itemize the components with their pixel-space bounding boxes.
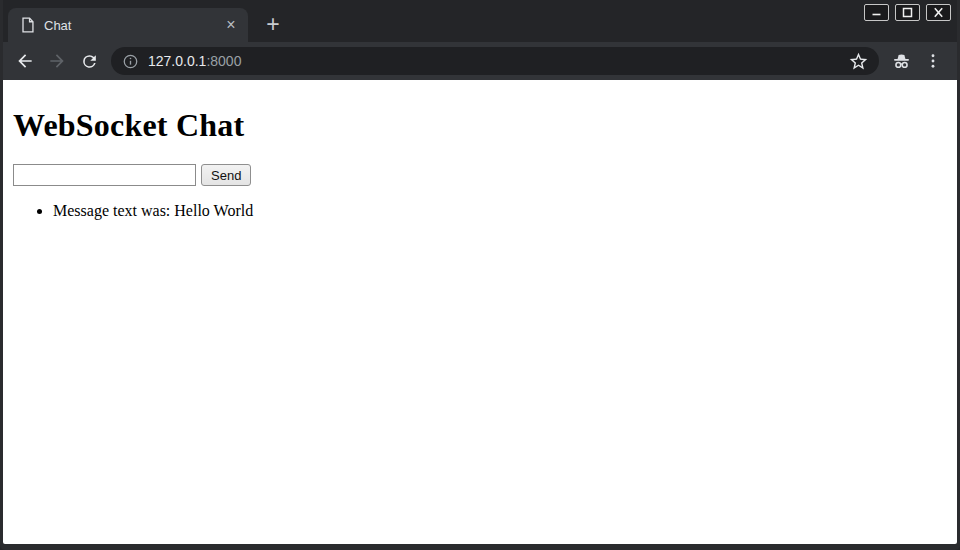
tab-close-icon[interactable]: ×: [222, 16, 240, 34]
browser-toolbar: 127.0.0.1:8000: [3, 42, 957, 80]
close-icon: [932, 7, 945, 18]
site-info-icon[interactable]: [122, 53, 139, 70]
message-list: Message text was: Hello World: [13, 202, 949, 220]
incognito-icon: [890, 50, 913, 73]
forward-arrow-icon: [47, 51, 67, 71]
back-button[interactable]: [9, 45, 41, 77]
message-list-item: Message text was: Hello World: [53, 202, 949, 220]
address-bar[interactable]: 127.0.0.1:8000: [111, 47, 879, 75]
forward-button[interactable]: [41, 45, 73, 77]
tab-chat[interactable]: Chat ×: [8, 8, 248, 42]
browser-window: Chat × +: [0, 0, 960, 550]
page-title: WebSocket Chat: [13, 107, 947, 144]
maximize-icon: [901, 7, 914, 18]
message-input[interactable]: [13, 164, 196, 186]
window-maximize-button[interactable]: [895, 4, 920, 21]
reload-button[interactable]: [73, 45, 105, 77]
minimize-icon: [870, 7, 883, 18]
url-text[interactable]: 127.0.0.1:8000: [148, 53, 241, 69]
window-close-button[interactable]: [926, 4, 951, 21]
page-content: WebSocket Chat Send Message text was: He…: [3, 80, 957, 544]
back-arrow-icon: [15, 51, 35, 71]
window-minimize-button[interactable]: [864, 4, 889, 21]
tab-title: Chat: [44, 18, 222, 33]
bookmark-star-icon[interactable]: [848, 51, 869, 72]
page-favicon-icon: [20, 17, 35, 33]
send-button[interactable]: Send: [201, 164, 251, 186]
reload-icon: [80, 52, 99, 71]
incognito-indicator: [885, 45, 917, 77]
url-host: 127.0.0.1: [148, 53, 206, 69]
menu-button[interactable]: [917, 45, 949, 77]
url-port: :8000: [206, 53, 241, 69]
tab-strip: Chat × +: [3, 0, 957, 42]
new-tab-button[interactable]: +: [259, 11, 287, 39]
chat-form: Send: [13, 164, 949, 186]
window-controls: [864, 4, 951, 21]
three-dot-menu-icon: [924, 52, 942, 70]
